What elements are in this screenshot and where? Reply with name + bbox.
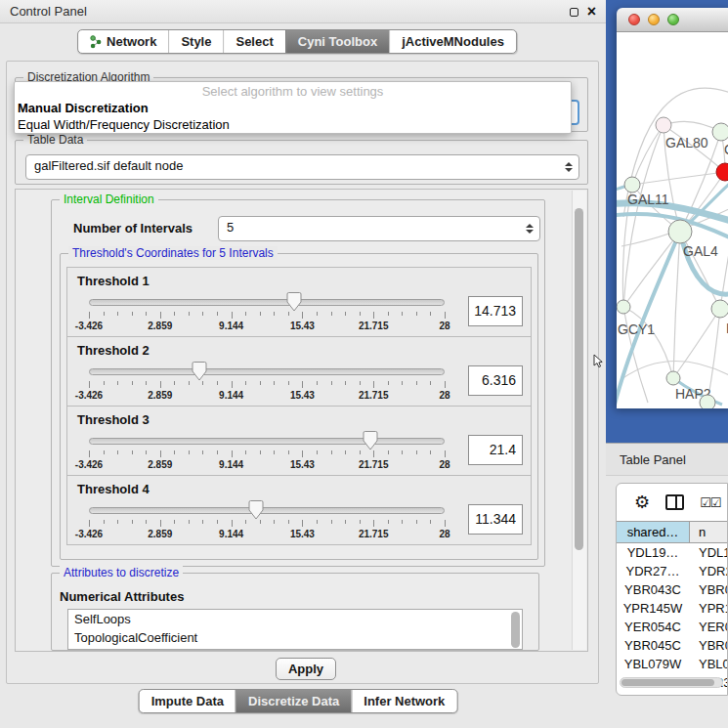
threshold-panel: Threshold 1-3.4262.8599.14415.4321.71528	[66, 267, 532, 337]
cytoscape-desktop: GAL80GCGAL11GAL4HGCY1HAP2	[606, 0, 728, 443]
network-node[interactable]	[656, 117, 671, 133]
table-row[interactable]: YDR27…YDR2	[617, 562, 727, 580]
tab-jactivemnodules[interactable]: jActiveMNodules	[389, 30, 516, 53]
network-view-window[interactable]: GAL80GCGAL11GAL4HGCY1HAP2	[617, 8, 728, 408]
table-row[interactable]: YBL079WYBL0	[617, 655, 727, 673]
network-node[interactable]	[666, 371, 680, 385]
combobox-spinner-icon	[524, 224, 539, 234]
close-icon[interactable]: ×	[587, 4, 596, 20]
threshold-slider[interactable]: -3.4262.8599.14415.4321.71528	[77, 427, 456, 472]
menu-item-manual-discretization[interactable]: Manual Discretization	[15, 100, 571, 116]
slider-tick	[232, 312, 233, 319]
slider-tick	[104, 520, 105, 524]
combobox-spinner-icon	[563, 162, 578, 172]
table-row[interactable]: YBR043CYBR0	[617, 580, 727, 599]
attributes-legend: Attributes to discretize	[60, 566, 183, 579]
control-panel-title: Control Panel	[0, 4, 87, 19]
column-header-shared[interactable]: shared…	[617, 522, 690, 542]
tab-select[interactable]: Select	[223, 30, 284, 53]
network-node[interactable]	[624, 177, 640, 193]
tab-network[interactable]: Network	[78, 30, 168, 53]
slider-track[interactable]	[89, 438, 445, 445]
table-data-combobox[interactable]: galFiltered.sif default node	[25, 154, 579, 180]
select-columns-icon[interactable]: ☑☑	[700, 495, 720, 510]
list-scrollbar[interactable]	[511, 612, 520, 648]
table-row[interactable]: YBR045CYBR0	[617, 636, 727, 655]
tab-style[interactable]: Style	[168, 30, 223, 53]
threshold-body: -3.4262.8599.14415.4321.71528	[67, 358, 531, 403]
slider-tick	[89, 450, 90, 457]
threshold-value-field[interactable]	[468, 296, 523, 326]
cell-shared-name: YIL052C	[617, 692, 690, 696]
scrollbar-thumb[interactable]	[621, 679, 714, 686]
column-header-name[interactable]: n	[690, 522, 727, 542]
slider-tick	[189, 520, 190, 524]
slider-track[interactable]	[89, 368, 445, 375]
cell-shared-name: YBL079W	[617, 655, 690, 673]
apply-button[interactable]: Apply	[276, 658, 336, 680]
threshold-value-field[interactable]	[468, 435, 523, 465]
float-window-icon[interactable]	[570, 8, 578, 17]
tab-discretize-data[interactable]: Discretize Data	[236, 690, 351, 712]
network-node[interactable]	[700, 395, 715, 408]
slider-tick	[388, 312, 389, 316]
slider-thumb[interactable]	[191, 361, 207, 382]
threshold-slider[interactable]: -3.4262.8599.14415.4321.71528	[77, 288, 456, 333]
close-traffic-light-icon[interactable]	[628, 14, 640, 25]
list-item-selfloops[interactable]: SelfLoops	[68, 610, 522, 628]
network-canvas[interactable]: GAL80GCGAL11GAL4HGCY1HAP2	[617, 32, 728, 408]
slider-tick	[132, 450, 133, 454]
table-row[interactable]: YDL19…YDL1	[617, 543, 727, 562]
slider-scale: -3.4262.8599.14415.4321.71528	[89, 288, 445, 333]
slider-tick	[260, 312, 261, 316]
number-of-intervals-combobox[interactable]: 5	[218, 216, 540, 241]
list-item-topologicalcoefficient[interactable]: TopologicalCoefficient	[68, 628, 522, 647]
slider-thumb[interactable]	[362, 430, 378, 451]
slider-tick-label: 9.144	[219, 459, 243, 470]
gear-icon[interactable]: ⚙	[634, 493, 650, 511]
slider-tick	[274, 381, 275, 385]
menu-item-equal-width-frequency[interactable]: Equal Width/Frequency Discretization	[15, 116, 571, 133]
network-node[interactable]	[712, 123, 728, 141]
table-row[interactable]: YER054CYER0	[617, 618, 727, 636]
threshold-slider[interactable]: -3.4262.8599.14415.4321.71528	[77, 496, 456, 541]
network-node[interactable]	[668, 220, 692, 243]
slider-tick	[288, 381, 289, 385]
table-panel-bar: Table Panel	[606, 443, 728, 476]
tab-cyni-toolbox[interactable]: Cyni Toolbox	[285, 30, 389, 53]
threshold-label: Threshold 3	[67, 407, 531, 427]
split-columns-icon[interactable]	[665, 494, 684, 510]
cell-name: YIL0	[690, 692, 727, 696]
number-of-intervals-label: Number of Intervals	[73, 221, 193, 236]
slider-track[interactable]	[89, 507, 445, 514]
slider-tick-label: 2.859	[148, 529, 172, 539]
zoom-traffic-light-icon[interactable]	[667, 14, 679, 25]
slider-thumb[interactable]	[248, 499, 265, 521]
threshold-value-field[interactable]	[468, 504, 523, 535]
panel-scrollbar[interactable]	[572, 191, 586, 650]
tab-impute-data[interactable]: Impute Data	[140, 690, 236, 712]
slider-tick-label: -3.426	[75, 459, 103, 470]
cyni-toolbox-panel: Discretization Algorithm Select algorith…	[6, 61, 599, 684]
slider-tick	[360, 312, 361, 316]
table-data-value: galFiltered.sif default node	[34, 158, 563, 177]
list-item-betweennesscentrality[interactable]: BetweennessCentrality	[68, 647, 522, 650]
network-node[interactable]	[711, 300, 728, 318]
scrollbar-thumb[interactable]	[575, 208, 583, 550]
table-row[interactable]: YPR145WYPR1	[617, 599, 727, 618]
table-row[interactable]: YIL052CYIL0	[617, 692, 727, 696]
cell-shared-name: YDL19…	[617, 543, 690, 562]
slider-thumb[interactable]	[286, 291, 303, 313]
slider-track[interactable]	[89, 299, 445, 306]
tab-infer-network[interactable]: Infer Network	[351, 690, 456, 712]
slider-tick	[174, 520, 175, 524]
slider-tick	[174, 450, 175, 454]
network-edge	[720, 233, 728, 309]
network-node[interactable]	[617, 300, 630, 314]
slider-scale: -3.4262.8599.14415.4321.71528	[89, 358, 445, 403]
minimize-traffic-light-icon[interactable]	[648, 14, 660, 25]
threshold-value-field[interactable]	[468, 365, 523, 396]
table-horizontal-scrollbar[interactable]	[620, 677, 723, 688]
threshold-slider[interactable]: -3.4262.8599.14415.4321.71528	[77, 358, 456, 403]
control-panel-tabbar: Network Style Select Cyni Toolbox jActiv…	[77, 29, 517, 54]
